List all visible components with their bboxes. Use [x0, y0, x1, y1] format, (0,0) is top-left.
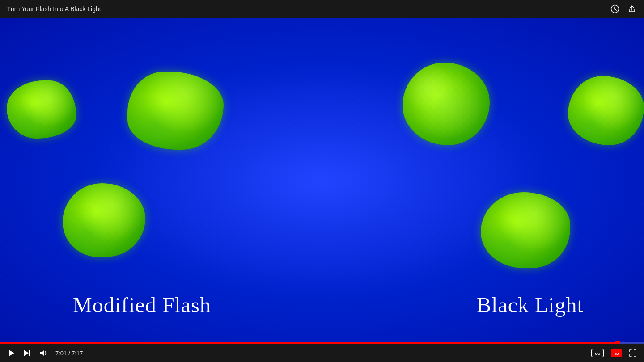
svg-marker-2 — [24, 350, 29, 356]
time-display: 7:01 / 7:17 — [55, 350, 83, 357]
next-button[interactable] — [21, 347, 33, 359]
top-icons — [610, 4, 637, 14]
play-button[interactable] — [5, 347, 17, 359]
video-frame: Modified Flash Black Light — [0, 18, 644, 344]
leaf-right-top-right — [568, 76, 644, 145]
leaf-right-bottom — [481, 192, 570, 268]
leaf-bottom-left — [63, 183, 145, 257]
svg-marker-1 — [9, 350, 14, 356]
svg-text:CC: CC — [595, 352, 600, 356]
leaf-right-top — [402, 63, 490, 145]
share-icon[interactable] — [627, 4, 637, 14]
label-black-light: Black Light — [477, 293, 584, 317]
leaf-top-middle — [127, 72, 224, 150]
video-player[interactable]: Modified Flash Black Light — [0, 18, 644, 344]
controls-bar: 7:01 / 7:17 CC HD — [0, 344, 644, 362]
label-modified-flash: Modified Flash — [73, 293, 211, 317]
volume-button[interactable] — [38, 347, 49, 359]
video-title: Turn Your Flash Into A Black Light — [7, 5, 101, 13]
clock-icon[interactable] — [610, 4, 620, 14]
cc-button[interactable]: CC — [589, 347, 606, 359]
quality-button[interactable]: HD — [609, 347, 623, 359]
svg-rect-3 — [29, 350, 30, 356]
svg-text:HD: HD — [614, 352, 619, 356]
fullscreen-button[interactable] — [627, 347, 639, 359]
top-bar: Turn Your Flash Into A Black Light — [0, 0, 644, 18]
right-controls: CC HD — [589, 347, 639, 359]
leaf-top-left — [7, 80, 76, 139]
svg-marker-4 — [40, 350, 44, 356]
